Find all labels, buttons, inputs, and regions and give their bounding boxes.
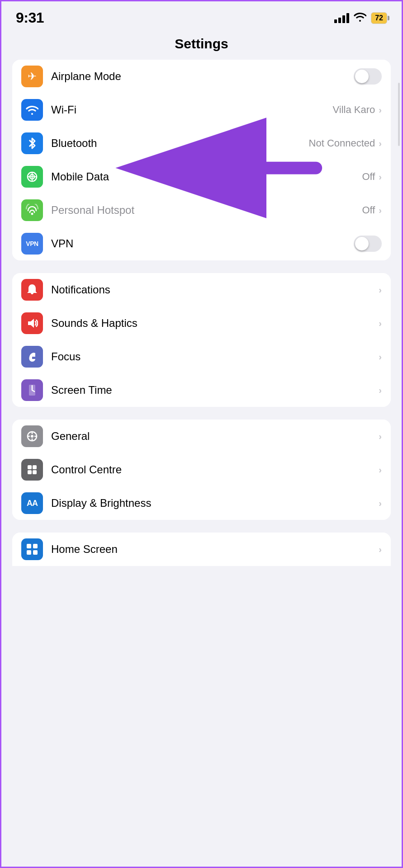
svg-point-9 <box>31 435 33 438</box>
wifi-label: Wi-Fi <box>51 104 333 116</box>
svg-rect-18 <box>27 544 31 548</box>
vpn-row[interactable]: VPN VPN <box>12 227 391 260</box>
connectivity-group: ✈ Airplane Mode Wi-Fi Villa Karo › Bluet… <box>12 60 391 260</box>
vpn-icon: VPN <box>21 233 43 255</box>
home-screen-row[interactable]: Home Screen › <box>12 533 391 566</box>
svg-rect-20 <box>27 550 31 555</box>
mobile-data-chevron: › <box>379 172 382 182</box>
display-brightness-chevron: › <box>379 498 382 509</box>
notifications-chevron: › <box>379 285 382 295</box>
control-centre-label: Control Centre <box>51 463 379 476</box>
mobile-data-value: Off <box>362 171 375 183</box>
hotspot-chevron: › <box>379 205 382 216</box>
home-screen-icon <box>21 538 43 560</box>
svg-rect-16 <box>28 470 32 474</box>
focus-row[interactable]: Focus › <box>12 340 391 373</box>
focus-icon <box>21 346 43 368</box>
control-centre-chevron: › <box>379 465 382 475</box>
svg-rect-14 <box>28 465 32 469</box>
wifi-status-icon <box>354 12 366 24</box>
focus-label: Focus <box>51 350 379 363</box>
sounds-haptics-label: Sounds & Haptics <box>51 317 379 330</box>
screen-time-chevron: › <box>379 385 382 396</box>
control-centre-row[interactable]: Control Centre › <box>12 453 391 486</box>
general-icon <box>21 425 43 447</box>
notifications-icon <box>21 279 43 301</box>
sounds-haptics-chevron: › <box>379 318 382 329</box>
general-label: General <box>51 430 379 443</box>
svg-rect-21 <box>33 550 38 555</box>
hotspot-icon <box>21 199 43 221</box>
svg-rect-19 <box>33 544 38 548</box>
mobile-data-label: Mobile Data <box>51 170 362 183</box>
notifications-label: Notifications <box>51 283 379 296</box>
svg-marker-6 <box>28 319 34 328</box>
bluetooth-label: Bluetooth <box>51 137 309 150</box>
airplane-mode-toggle[interactable] <box>354 68 382 85</box>
screen-time-icon <box>21 379 43 401</box>
bluetooth-icon <box>21 132 43 154</box>
wifi-row[interactable]: Wi-Fi Villa Karo › <box>12 93 391 127</box>
bluetooth-chevron: › <box>379 138 382 149</box>
display-brightness-row[interactable]: AA Display & Brightness › <box>12 486 391 520</box>
battery-level: 72 <box>375 14 383 22</box>
notifications-row[interactable]: Notifications › <box>12 273 391 307</box>
svg-rect-17 <box>33 470 37 474</box>
svg-point-4 <box>31 213 33 215</box>
wifi-icon <box>21 99 43 121</box>
wifi-chevron: › <box>379 105 382 115</box>
bluetooth-value: Not Connected <box>309 137 375 149</box>
mobile-data-icon <box>21 166 43 188</box>
hotspot-value: Off <box>362 204 375 216</box>
home-screen-chevron: › <box>379 544 382 555</box>
mobile-data-row[interactable]: Mobile Data Off › <box>12 160 391 193</box>
notifications-group: Notifications › Sounds & Haptics › Focus… <box>12 273 391 407</box>
sounds-haptics-row[interactable]: Sounds & Haptics › <box>12 307 391 340</box>
page-title: Settings <box>1 31 402 60</box>
home-screen-label: Home Screen <box>51 543 379 556</box>
focus-chevron: › <box>379 352 382 362</box>
status-icons: 72 <box>334 12 387 24</box>
personal-hotspot-row[interactable]: Personal Hotspot Off › <box>12 193 391 227</box>
sounds-icon <box>21 312 43 334</box>
scrollbar[interactable] <box>398 83 400 146</box>
hotspot-label: Personal Hotspot <box>51 204 362 217</box>
vpn-label: VPN <box>51 237 354 250</box>
home-screen-group: Home Screen › <box>12 533 391 566</box>
wifi-value: Villa Karo <box>333 104 375 116</box>
screen-time-row[interactable]: Screen Time › <box>12 373 391 407</box>
airplane-mode-label: Airplane Mode <box>51 70 354 83</box>
signal-icon <box>334 13 349 23</box>
status-time: 9:31 <box>16 9 44 26</box>
display-brightness-icon: AA <box>21 492 43 514</box>
battery-icon: 72 <box>371 12 387 24</box>
control-centre-icon <box>21 459 43 481</box>
bluetooth-row[interactable]: Bluetooth Not Connected › <box>12 127 391 160</box>
general-chevron: › <box>379 431 382 442</box>
general-row[interactable]: General › <box>12 420 391 453</box>
screen-time-label: Screen Time <box>51 384 379 396</box>
vpn-toggle[interactable] <box>354 236 382 252</box>
svg-rect-15 <box>33 465 37 469</box>
airplane-mode-row[interactable]: ✈ Airplane Mode <box>12 60 391 93</box>
general-group: General › Control Centre › AA Display & … <box>12 420 391 520</box>
display-brightness-label: Display & Brightness <box>51 497 379 509</box>
status-bar: 9:31 72 <box>1 1 402 31</box>
airplane-mode-icon: ✈ <box>21 66 43 87</box>
